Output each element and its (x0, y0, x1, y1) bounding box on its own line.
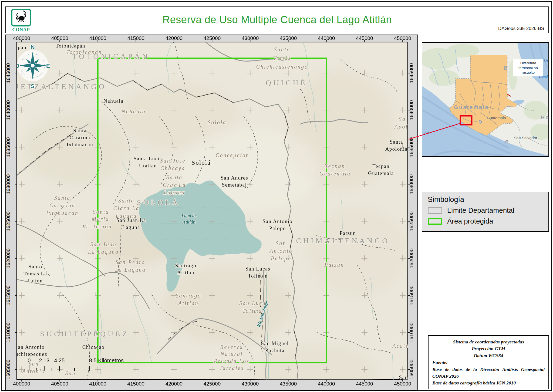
x-tick-top-tick: 410000 (89, 35, 106, 41)
legend-label: Límite Departamental (447, 206, 514, 215)
x-tick-top-tick: 430000 (242, 35, 259, 41)
map-title: Reserva de Uso Multiple Cuenca del Lago … (6, 14, 548, 26)
legend-panel: Simbología Límite Departamental Área pro… (422, 192, 549, 232)
map-label-region: Apol (394, 124, 408, 130)
map-label-dept: QUICHÉ (266, 79, 307, 87)
map-label-town: Palopo (269, 225, 286, 231)
x-tick-bottom-tick: 445000 (356, 381, 373, 387)
map-label-region: Acate (392, 343, 409, 349)
map-label-region: Santa (93, 209, 109, 215)
x-tick-top-tick: 405000 (51, 35, 68, 41)
map-label-region: San (276, 240, 286, 246)
map-label-region: San Pedro (116, 259, 145, 265)
legend-item-departmental: Límite Departamental (428, 206, 543, 215)
map-label-region: Cruz La (163, 182, 186, 188)
x-tick-bottom-tick: 450000 (394, 381, 411, 387)
y-tick-left-tick: 1640000 (6, 100, 11, 120)
inset-label-city: Guatemala (487, 116, 506, 120)
inset-label-country: B (504, 65, 508, 71)
map-label-scale: 8.5 Kilómetros (89, 357, 124, 363)
map-label-town: Santo (29, 264, 42, 269)
map-label-town: San (399, 374, 408, 380)
map-label-dept: CHIMALTENANGO (296, 236, 390, 245)
map-label-region: La Laguna (88, 249, 119, 255)
map-label-town: Laguna (122, 224, 140, 230)
main-map-panel: capanTotonicapánTotonicapánTOTONICAPÁNQU… (5, 35, 418, 390)
inset-label-sea: Gu (544, 58, 548, 62)
map-label-town: Catarina (70, 135, 90, 140)
x-tick-bottom-tick: 430000 (242, 381, 259, 387)
map-label-region: Nahuala (121, 109, 146, 114)
map-label-town: Pochuta (265, 347, 285, 353)
map-label-region: Tarrales (219, 365, 244, 371)
map-label-town: Union (28, 278, 43, 283)
credits-coord-system: Sistema de coordenadas proyectadas (432, 339, 545, 345)
x-tick-top-tick: 425000 (204, 35, 221, 41)
x-tick-top-tick: 445000 (356, 35, 373, 41)
map-label-town: Suchitepequez (12, 351, 47, 357)
map-label-region: Chacaya (160, 165, 185, 171)
map-label-water: Atitlán (182, 219, 195, 225)
map-label-region: San Jose (160, 158, 186, 164)
conap-logo-text: CONAP (10, 27, 32, 32)
departmental-boundary-swatch (428, 207, 442, 214)
map-label-region: La Laguna (115, 267, 146, 273)
map-label-town: Utatlan (139, 163, 157, 168)
map-label-town: Santa (390, 139, 403, 145)
map-label-region: Sololá (208, 119, 226, 125)
credits-panel: Sistema de coordenadas proyectadas Proye… (428, 335, 549, 389)
map-label-town: San Antonio (263, 218, 293, 224)
map-label-town: Ixtahuacan (67, 142, 93, 147)
map-label-town: Nahuala (103, 98, 123, 104)
map-label-region: Antonio (269, 248, 292, 254)
map-label-region: Maria (92, 216, 109, 222)
map-label-region: Santiago (176, 293, 201, 299)
y-tick-left-tick: 1620000 (6, 248, 11, 268)
map-label-townL: Sololá (192, 159, 211, 166)
map-label-region: Palopo (271, 255, 291, 262)
x-tick-bottom-tick: 410000 (89, 381, 106, 387)
map-label-town: Patzun (340, 230, 356, 236)
inset-label-depth: 721 (424, 131, 429, 135)
map-label-town: San Miguel (261, 340, 289, 346)
credits-source-1: Base de datos de la Dirección Análisis G… (432, 366, 545, 380)
map-label-region: Visitacion (82, 224, 112, 229)
x-tick-top-tick: 415000 (127, 35, 144, 41)
x-tick-top-tick: 420000 (166, 35, 183, 41)
map-label-town: Tomas La (23, 271, 47, 276)
main-map: capanTotonicapánTotonicapánTOTONICAPÁNQU… (6, 35, 417, 390)
y-tick-left-tick: 1630000 (6, 174, 11, 194)
map-label-dept: QUETZALTENANGO (6, 82, 106, 91)
map-label-region: Ixtahuacan (46, 210, 79, 216)
map-label-dept: TOTONICAPÁN (72, 52, 150, 60)
map-label-region: Santa (166, 174, 183, 180)
map-label-dept: SUCHITEPÉQUEZ (40, 330, 129, 338)
legend-label: Área protegida (447, 217, 493, 225)
map-label-region: Atitlan (178, 300, 198, 306)
map-label-region: Guatemala (319, 171, 351, 177)
y-tick-left-tick: 1615000 (6, 285, 11, 305)
x-tick-top-tick: 450000 (394, 35, 411, 41)
map-label-town: Toliman (248, 273, 268, 279)
map-label-region: Patzun (324, 262, 344, 268)
map-label-town: San Lucas (245, 266, 270, 272)
x-tick-top-tick: 440000 (318, 35, 335, 41)
map-label-town: Totonicapán (56, 43, 85, 49)
map-label-scale: 0 (28, 357, 31, 363)
map-label-region: Tecpan (325, 163, 345, 169)
map-label-town: San Andres (221, 175, 248, 181)
credits-source-2: Base de datos cartografía básica IGN 201… (432, 380, 545, 386)
credits-projection: Proyección GTM (432, 345, 545, 352)
map-label-region: Antonio (22, 368, 45, 374)
map-label-town: Santiago (175, 263, 197, 268)
guatemala-city-dot (479, 121, 482, 123)
x-tick-bottom-tick: 405000 (51, 381, 68, 387)
map-label-region: Chichicastenango (256, 64, 308, 70)
y-tick-left-tick: 1610000 (6, 322, 11, 342)
credits-datum: Datum WGS84 (432, 352, 545, 359)
map-label-region: Natural (220, 351, 243, 357)
map-label-town: Santa Lucia (134, 156, 163, 161)
map-label-scale: 2.13 (39, 357, 50, 363)
map-label-region: Reserva (220, 344, 243, 350)
map-label-town: San Juan La (116, 217, 146, 223)
